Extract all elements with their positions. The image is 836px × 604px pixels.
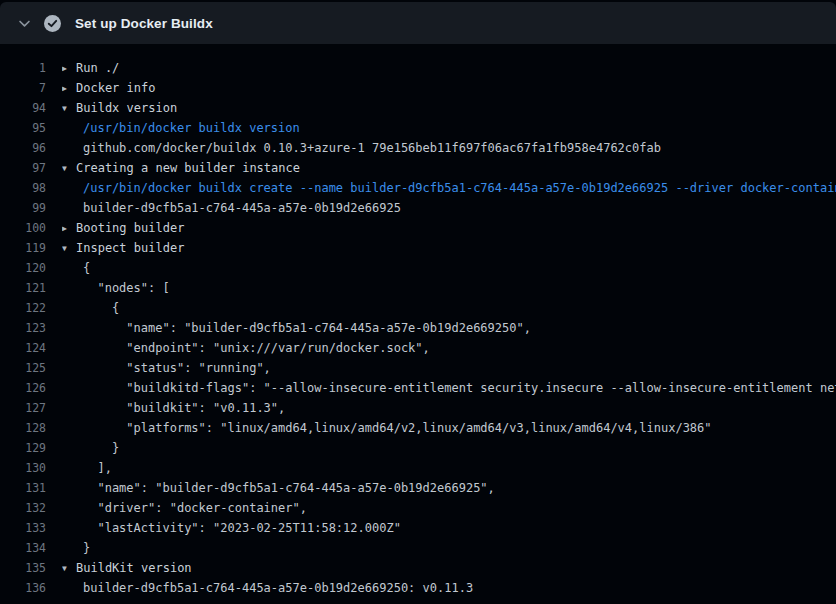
line-number[interactable]: 1	[0, 61, 48, 75]
log-line: 127 "buildkit": "v0.11.3",	[0, 398, 836, 418]
log-output-text: {	[62, 261, 836, 275]
line-number[interactable]: 122	[0, 301, 48, 315]
log-line: 123 "name": "builder-d9cfb5a1-c764-445a-…	[0, 318, 836, 338]
log-text: Run ./	[76, 61, 119, 75]
triangle-right-icon: ▶	[62, 83, 76, 92]
log-line: 95/usr/bin/docker buildx version	[0, 118, 836, 138]
step-header[interactable]: Set up Docker Buildx	[0, 2, 836, 44]
log-text: Booting builder	[76, 221, 184, 235]
log-output-text: }	[62, 441, 836, 455]
log-output-text: "driver": "docker-container",	[62, 501, 836, 515]
line-number[interactable]: 135	[0, 561, 48, 575]
line-number[interactable]: 94	[0, 101, 48, 115]
log-output-text: github.com/docker/buildx 0.10.3+azure-1 …	[62, 141, 836, 155]
log-line: 122 {	[0, 298, 836, 318]
log-line: 98/usr/bin/docker buildx create --name b…	[0, 178, 836, 198]
log-output-text: "name": "builder-d9cfb5a1-c764-445a-a57e…	[62, 321, 836, 335]
line-number[interactable]: 134	[0, 541, 48, 555]
log-line: 135▼BuildKit version	[0, 558, 836, 578]
log-line: 96github.com/docker/buildx 0.10.3+azure-…	[0, 138, 836, 158]
triangle-down-icon: ▼	[62, 163, 76, 172]
log-line: 133 "lastActivity": "2023-02-25T11:58:12…	[0, 518, 836, 538]
line-number[interactable]: 126	[0, 381, 48, 395]
log-group-header[interactable]: ▶Run ./	[62, 61, 836, 75]
log-output-text: "name": "builder-d9cfb5a1-c764-445a-a57e…	[62, 481, 836, 495]
line-number[interactable]: 96	[0, 141, 48, 155]
line-number[interactable]: 123	[0, 321, 48, 335]
line-number[interactable]: 128	[0, 421, 48, 435]
log-line: 129 }	[0, 438, 836, 458]
line-number[interactable]: 100	[0, 221, 48, 235]
log-line: 128 "platforms": "linux/amd64,linux/amd6…	[0, 418, 836, 438]
triangle-right-icon: ▶	[62, 63, 76, 72]
log-line: 97▼Creating a new builder instance	[0, 158, 836, 178]
line-number[interactable]: 124	[0, 341, 48, 355]
log-output-text: "lastActivity": "2023-02-25T11:58:12.000…	[62, 521, 836, 535]
log-text: Buildx version	[76, 101, 177, 115]
log-lines: 1▶Run ./7▶Docker info94▼Buildx version95…	[0, 44, 836, 598]
log-output-text: "endpoint": "unix:///var/run/docker.sock…	[62, 341, 836, 355]
log-line: 120{	[0, 258, 836, 278]
line-number[interactable]: 95	[0, 121, 48, 135]
log-output-text: "buildkit": "v0.11.3",	[62, 401, 836, 415]
line-number[interactable]: 120	[0, 261, 48, 275]
line-number[interactable]: 121	[0, 281, 48, 295]
line-number[interactable]: 127	[0, 401, 48, 415]
line-number[interactable]: 99	[0, 201, 48, 215]
line-number[interactable]: 133	[0, 521, 48, 535]
log-line: 100▶Booting builder	[0, 218, 836, 238]
line-number[interactable]: 136	[0, 581, 48, 595]
log-line: 126 "buildkitd-flags": "--allow-insecure…	[0, 378, 836, 398]
log-text: Inspect builder	[76, 241, 184, 255]
log-line: 131 "name": "builder-d9cfb5a1-c764-445a-…	[0, 478, 836, 498]
line-number[interactable]: 131	[0, 481, 48, 495]
log-group-header[interactable]: ▼Inspect builder	[62, 241, 836, 255]
log-command-text: /usr/bin/docker buildx version	[62, 121, 836, 135]
log-line: 7▶Docker info	[0, 78, 836, 98]
log-text: Docker info	[76, 81, 155, 95]
log-text: Creating a new builder instance	[76, 161, 300, 175]
log-output-text: "platforms": "linux/amd64,linux/amd64/v2…	[62, 421, 836, 435]
log-group-header[interactable]: ▶Docker info	[62, 81, 836, 95]
log-group-header[interactable]: ▼Buildx version	[62, 101, 836, 115]
log-group-header[interactable]: ▼BuildKit version	[62, 561, 836, 575]
log-output-text: "nodes": [	[62, 281, 836, 295]
triangle-down-icon: ▼	[62, 563, 76, 572]
line-number[interactable]: 129	[0, 441, 48, 455]
triangle-down-icon: ▼	[62, 103, 76, 112]
triangle-down-icon: ▼	[62, 243, 76, 252]
log-output-text: }	[62, 541, 836, 555]
log-output-text: "buildkitd-flags": "--allow-insecure-ent…	[62, 381, 836, 395]
log-command-text: /usr/bin/docker buildx create --name bui…	[62, 181, 836, 195]
log-output-text: "status": "running",	[62, 361, 836, 375]
line-number[interactable]: 130	[0, 461, 48, 475]
log-output-text: builder-d9cfb5a1-c764-445a-a57e-0b19d2e6…	[62, 581, 836, 595]
chevron-down-icon[interactable]	[16, 15, 32, 31]
line-number[interactable]: 132	[0, 501, 48, 515]
log-line: 132 "driver": "docker-container",	[0, 498, 836, 518]
line-number[interactable]: 125	[0, 361, 48, 375]
triangle-right-icon: ▶	[62, 223, 76, 232]
log-line: 124 "endpoint": "unix:///var/run/docker.…	[0, 338, 836, 358]
log-line: 134}	[0, 538, 836, 558]
log-output-text: ],	[62, 461, 836, 475]
log-line: 94▼Buildx version	[0, 98, 836, 118]
log-group-header[interactable]: ▶Booting builder	[62, 221, 836, 235]
step-title: Set up Docker Buildx	[75, 16, 213, 31]
check-circle-icon	[44, 15, 61, 32]
log-line: 130 ],	[0, 458, 836, 478]
log-text: BuildKit version	[76, 561, 192, 575]
log-line: 121 "nodes": [	[0, 278, 836, 298]
line-number[interactable]: 97	[0, 161, 48, 175]
log-line: 99builder-d9cfb5a1-c764-445a-a57e-0b19d2…	[0, 198, 836, 218]
log-line: 1▶Run ./	[0, 58, 836, 78]
line-number[interactable]: 98	[0, 181, 48, 195]
log-line: 119▼Inspect builder	[0, 238, 836, 258]
log-output-text: {	[62, 301, 836, 315]
log-line: 136builder-d9cfb5a1-c764-445a-a57e-0b19d…	[0, 578, 836, 598]
log-group-header[interactable]: ▼Creating a new builder instance	[62, 161, 836, 175]
log-output-text: builder-d9cfb5a1-c764-445a-a57e-0b19d2e6…	[62, 201, 836, 215]
log-line: 125 "status": "running",	[0, 358, 836, 378]
line-number[interactable]: 119	[0, 241, 48, 255]
line-number[interactable]: 7	[0, 81, 48, 95]
